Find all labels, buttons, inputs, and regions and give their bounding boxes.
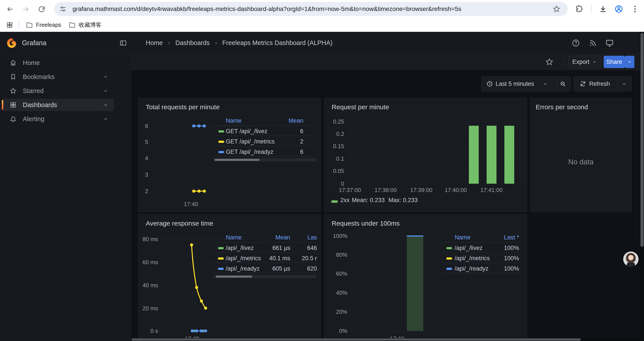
bookmark-folder-freeleaps[interactable]: Freeleaps [26, 18, 62, 32]
legend-name[interactable]: 2xx [340, 197, 350, 203]
help-icon[interactable] [572, 39, 580, 47]
panel-total-requests[interactable]: Total requests per minute 6 5 4 3 2 17:4… [138, 98, 321, 212]
sidebar-item-alerting[interactable]: Alerting [2, 113, 114, 125]
share-button[interactable]: Share [604, 56, 625, 68]
sidebar-item-home[interactable]: Home [2, 57, 114, 69]
back-icon[interactable] [6, 5, 14, 13]
legend-header-mean[interactable]: Mean [276, 118, 303, 124]
refresh-icon[interactable] [580, 81, 586, 87]
share-menu-button[interactable] [625, 56, 634, 68]
legend-name[interactable]: GET /api/_/metrics [226, 139, 275, 145]
url-bar[interactable]: grafana.mathmast.com/d/deytv4rwavabkb/fr… [54, 2, 568, 16]
legend-scrollbar-thumb[interactable] [214, 159, 260, 161]
breadcrumb-home[interactable]: Home [146, 39, 163, 47]
grafana-logo-icon[interactable] [6, 38, 17, 49]
area-fill [407, 237, 423, 331]
refresh-label[interactable]: Refresh [589, 81, 610, 87]
forward-icon[interactable] [22, 5, 30, 13]
panel-title[interactable]: Total requests per minute [146, 103, 220, 111]
chevron-down-icon[interactable] [103, 102, 108, 108]
series-color-pill [446, 268, 452, 270]
brand-label[interactable]: Grafana [22, 39, 46, 47]
y-tick: 4 [138, 155, 148, 161]
y-tick: 80% [324, 252, 348, 258]
chevron-down-icon[interactable] [622, 81, 627, 87]
y-tick: 0% [324, 328, 348, 334]
y-tick: 3 [138, 172, 148, 178]
bookmark-folder-blogs[interactable]: 收藏博客 [68, 18, 102, 32]
legend-name[interactable]: /api/_/livez [226, 245, 254, 251]
legend-header-name[interactable]: Name [226, 118, 242, 124]
legend-header-name[interactable]: Name [226, 235, 242, 240]
x-tick: 17:39:00 [406, 187, 437, 193]
profile-icon[interactable] [614, 5, 623, 14]
chevron-down-icon[interactable] [103, 116, 108, 122]
monitor-icon[interactable] [606, 39, 614, 47]
legend-header-last[interactable]: Las [298, 235, 317, 240]
panel-errors-per-second[interactable]: Errors per second No data [530, 98, 632, 212]
sidebar-item-bookmarks[interactable]: Bookmarks [2, 71, 114, 83]
chevron-down-icon [627, 60, 632, 64]
legend-divider [442, 263, 521, 263]
news-rss-icon[interactable] [589, 39, 597, 47]
apps-grid-icon[interactable] [6, 22, 13, 29]
panel-request-per-minute[interactable]: Request per minute 0.25 0.2 0.15 0.1 0.0… [324, 98, 527, 212]
legend-divider [214, 252, 316, 253]
bookmark-star-icon[interactable] [552, 5, 560, 13]
legend-scrollbar[interactable] [214, 275, 316, 278]
legend-name[interactable]: /api/_/livez [454, 245, 483, 251]
zoom-out-icon[interactable] [560, 81, 566, 87]
bookmarks-divider [19, 21, 19, 29]
sidebar-item-dashboards[interactable]: Dashboards [2, 99, 114, 111]
time-range-group: Last 5 minutes [481, 77, 571, 91]
export-button[interactable]: Export [568, 56, 601, 68]
breadcrumb-dashboards[interactable]: Dashboards [175, 39, 210, 47]
gridline [350, 120, 350, 184]
site-settings-icon[interactable] [60, 6, 66, 13]
legend-name[interactable]: GET /api/_/livez [226, 128, 268, 134]
download-icon[interactable] [599, 5, 608, 14]
legend-divider [214, 156, 316, 156]
panel-title[interactable]: Requests under 100ms [332, 220, 400, 227]
legend-name[interactable]: /api/_/metrics [454, 255, 490, 261]
bar-2xx [469, 126, 479, 184]
legend-name[interactable]: /api/_/metrics [226, 255, 261, 261]
url-text[interactable]: grafana.mathmast.com/d/deytv4rwavabkb/fr… [72, 2, 461, 16]
panel-avg-response-time[interactable]: Average response time 80 ms 60 ms 40 ms … [138, 214, 321, 341]
subheader-divider [564, 58, 564, 66]
series-color-pill [218, 247, 224, 249]
legend-value: 100% [491, 266, 519, 272]
sidebar-item-starred[interactable]: Starred [2, 85, 114, 97]
floating-assistant-avatar[interactable] [623, 251, 638, 267]
vertical-scrollbar-thumb[interactable] [640, 33, 644, 247]
reload-icon[interactable] [38, 5, 46, 13]
legend-name[interactable]: /api/_/readyz [226, 266, 260, 272]
legend-scrollbar-thumb[interactable] [216, 276, 252, 278]
panel-title[interactable]: Errors per second [536, 103, 588, 111]
time-range-label[interactable]: Last 5 minutes [496, 81, 534, 87]
legend-divider [442, 273, 521, 273]
data-point [192, 190, 195, 193]
legend-mean-value: 605 µs [261, 266, 290, 272]
chevron-down-icon[interactable] [542, 81, 548, 87]
legend-divider [214, 146, 316, 146]
legend-scrollbar[interactable] [214, 158, 316, 162]
collapse-sidebar-icon[interactable] [120, 39, 127, 47]
extensions-icon[interactable] [575, 5, 584, 14]
panel-requests-under-100ms[interactable]: Requests under 100ms 100% 80% 60% 40% 20… [324, 214, 527, 341]
horizontal-scrollbar-thumb[interactable] [132, 338, 581, 340]
legend-name[interactable]: /api/_/readyz [454, 266, 488, 272]
legend-name[interactable]: GET /api/_/readyz [226, 149, 273, 155]
series-color-pill [331, 200, 338, 203]
legend-header-last[interactable]: Last * [491, 235, 519, 240]
legend-value: 100% [491, 245, 519, 251]
legend-header-name[interactable]: Name [454, 235, 470, 240]
panel-title[interactable]: Request per minute [332, 103, 389, 111]
chevron-down-icon[interactable] [103, 74, 108, 80]
favorite-star-icon[interactable] [545, 58, 554, 66]
legend-header-mean[interactable]: Mean [261, 235, 290, 240]
active-indicator [2, 100, 3, 110]
sidebar-item-label: Home [23, 57, 40, 69]
browser-menu-icon[interactable] [631, 5, 640, 14]
chevron-down-icon[interactable] [103, 88, 108, 94]
